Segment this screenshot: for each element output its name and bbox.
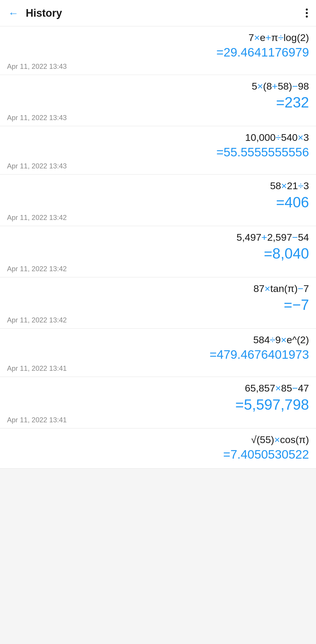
history-item[interactable]: 87×tan(π)−7 =−7 Apr 11, 2022 13:42 — [0, 277, 316, 329]
timestamp: Apr 11, 2022 13:41 — [7, 416, 309, 424]
operator: − — [292, 81, 298, 92]
operator: + — [265, 32, 271, 43]
operator: × — [281, 180, 287, 191]
history-item[interactable]: 58×21÷3 =406 Apr 11, 2022 13:42 — [0, 175, 316, 226]
expression: 10,000÷540×3 — [7, 131, 309, 144]
expression: 584÷9×e^(2) — [7, 333, 309, 346]
timestamp: Apr 11, 2022 13:42 — [7, 316, 309, 324]
history-item[interactable]: √(55)×cos(π) =7.4050530522 — [0, 428, 316, 469]
timestamp: Apr 11, 2022 13:42 — [7, 265, 309, 273]
more-dots-icon — [306, 8, 308, 18]
expression: √(55)×cos(π) — [7, 433, 309, 446]
result: =8,040 — [7, 245, 309, 262]
operator: × — [274, 434, 280, 445]
expression: 87×tan(π)−7 — [7, 282, 309, 295]
operator: ÷ — [276, 132, 281, 143]
operator: × — [275, 382, 281, 394]
expression: 5×(8+58)−98 — [7, 80, 309, 93]
timestamp: Apr 11, 2022 13:41 — [7, 364, 309, 373]
history-item[interactable]: 10,000÷540×3 =55.5555555556 Apr 11, 2022… — [0, 126, 316, 175]
result: =479.4676401973 — [7, 347, 309, 362]
result: =29.4641176979 — [7, 45, 309, 60]
expression: 5,497+2,597−54 — [7, 231, 309, 244]
operator: × — [254, 32, 260, 43]
result: =406 — [7, 194, 309, 211]
back-arrow-icon: ← — [8, 8, 19, 18]
expression: 65,857×85−47 — [7, 382, 309, 394]
result: =−7 — [7, 296, 309, 314]
history-item[interactable]: 5×(8+58)−98 =232 Apr 11, 2022 13:43 — [0, 75, 316, 126]
operator: × — [265, 283, 270, 294]
expression: 7×e+π÷log(2) — [7, 31, 309, 44]
timestamp: Apr 11, 2022 13:42 — [7, 213, 309, 222]
history-item[interactable]: 65,857×85−47 =5,597,798 Apr 11, 2022 13:… — [0, 377, 316, 428]
history-item[interactable]: 584÷9×e^(2) =479.4676401973 Apr 11, 2022… — [0, 329, 316, 377]
operator: × — [257, 81, 263, 92]
operator: − — [298, 283, 303, 294]
header: ← History — [0, 0, 316, 26]
history-item[interactable]: 5,497+2,597−54 =8,040 Apr 11, 2022 13:42 — [0, 226, 316, 277]
operator: ÷ — [278, 32, 284, 43]
history-list: 7×e+π÷log(2) =29.4641176979 Apr 11, 2022… — [0, 26, 316, 469]
timestamp: Apr 11, 2022 13:43 — [7, 162, 309, 170]
page-title: History — [26, 7, 62, 19]
back-button[interactable]: ← — [6, 6, 21, 21]
operator: × — [281, 334, 287, 345]
operator: − — [292, 382, 298, 394]
app-container: ← History 7×e+π÷log(2) =29.4641176979 Ap… — [0, 0, 316, 469]
operator: + — [261, 232, 267, 243]
more-options-button[interactable] — [303, 6, 310, 20]
operator: ÷ — [298, 180, 303, 191]
operator: × — [298, 132, 303, 143]
result: =232 — [7, 94, 309, 111]
timestamp: Apr 11, 2022 13:43 — [7, 114, 309, 122]
operator: ÷ — [270, 334, 275, 345]
result: =7.4050530522 — [7, 447, 309, 462]
expression: 58×21÷3 — [7, 179, 309, 192]
timestamp: Apr 11, 2022 13:43 — [7, 62, 309, 71]
result: =5,597,798 — [7, 396, 309, 414]
result: =55.5555555556 — [7, 145, 309, 160]
operator: + — [272, 81, 278, 92]
operator: − — [292, 232, 298, 243]
history-item[interactable]: 7×e+π÷log(2) =29.4641176979 Apr 11, 2022… — [0, 26, 316, 75]
header-left: ← History — [6, 6, 62, 21]
